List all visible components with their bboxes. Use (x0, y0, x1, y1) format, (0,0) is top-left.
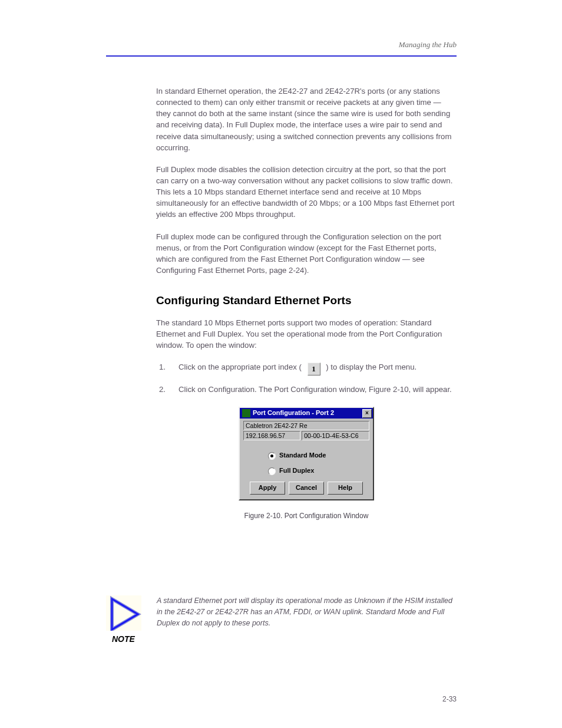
step-2: 2. Click on Configuration. The Port Conf… (156, 384, 457, 395)
close-icon[interactable]: × (362, 409, 372, 418)
mac-field: 00-00-1D-4E-53-C6 (302, 431, 369, 440)
paragraph: Full duplex mode can be configured throu… (156, 231, 457, 276)
body-column: In standard Ethernet operation, the 2E42… (156, 85, 457, 536)
radio-icon (268, 467, 276, 475)
apply-button[interactable]: Apply (250, 482, 285, 495)
paragraph: Full Duplex mode disables the collision … (156, 164, 457, 220)
step-text: Click on the appropriate port index ( 1 … (178, 361, 457, 375)
radio-standard[interactable]: Standard Mode (268, 451, 369, 460)
dialog-title: Port Configuration - Port 2 (253, 409, 362, 418)
page-number: 2-33 (442, 695, 457, 703)
note-label: NOTE (112, 634, 141, 644)
radio-full-duplex[interactable]: Full Duplex (268, 466, 369, 476)
step-1: 1. Click on the appropriate port index (… (156, 361, 457, 375)
port-index-icon: 1 (308, 363, 320, 375)
figure-caption: Figure 2-10. Port Configuration Window (156, 511, 457, 521)
cancel-button[interactable]: Cancel (289, 482, 324, 495)
section-heading: Configuring Standard Ethernet Ports (156, 292, 457, 309)
device-name-field: Cabletron 2E42-27 Re (243, 421, 369, 430)
figure: Port Configuration - Port 2 × Cabletron … (156, 407, 457, 500)
radio-label: Standard Mode (279, 451, 326, 460)
page: Managing the Hub In standard Ethernet op… (0, 0, 562, 728)
step-number: 1. (156, 361, 166, 375)
running-head: Managing the Hub (399, 40, 457, 50)
paragraph: In standard Ethernet operation, the 2E42… (156, 85, 457, 153)
mode-radio-group: Standard Mode Full Duplex (268, 451, 369, 476)
radio-label: Full Duplex (279, 466, 314, 476)
ip-field: 192.168.96.57 (243, 431, 300, 440)
dialog-body: Cabletron 2E42-27 Re 192.168.96.57 00-00… (240, 419, 373, 499)
step-text: Click on Configuration. The Port Configu… (178, 384, 457, 395)
note: NOTE A standard Ethernet port will displ… (106, 595, 457, 645)
note-icon-block: NOTE (106, 595, 141, 645)
port-config-dialog: Port Configuration - Port 2 × Cabletron … (239, 407, 374, 500)
svg-marker-0 (112, 599, 138, 630)
note-triangle-icon (106, 595, 141, 631)
step-text-b: ) to display the Port menu. (326, 363, 416, 371)
dialog-titlebar[interactable]: Port Configuration - Port 2 × (240, 408, 373, 419)
header-rule (106, 55, 457, 57)
app-icon (242, 409, 250, 417)
dialog-buttons: Apply Cancel Help (243, 482, 369, 495)
svg-marker-1 (112, 599, 138, 630)
paragraph: The standard 10 Mbps Ethernet ports supp… (156, 317, 457, 351)
note-text: A standard Ethernet port will display it… (157, 595, 457, 628)
help-button[interactable]: Help (328, 482, 363, 495)
step-text-a: Click on the appropriate port index ( (178, 363, 302, 371)
radio-icon (268, 452, 276, 460)
step-number: 2. (156, 384, 166, 395)
